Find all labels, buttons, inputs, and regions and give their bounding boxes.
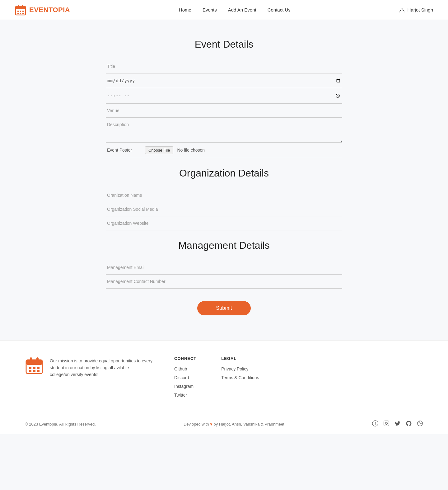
description-input[interactable] xyxy=(106,118,342,143)
footer-twitter[interactable]: Twitter xyxy=(174,393,196,398)
navbar-links: Home Events Add An Event Contact Us xyxy=(179,7,291,12)
calendar-icon xyxy=(15,4,26,16)
footer-dev: Devloped with ♥ by Harjot, Ansh, Vanshik… xyxy=(184,422,284,426)
legal-title: LEGAL xyxy=(221,356,259,361)
svg-point-23 xyxy=(385,422,388,424)
footer-github[interactable]: Github xyxy=(174,366,196,371)
svg-rect-19 xyxy=(33,370,35,372)
navbar-logo[interactable]: EVENTOPIA xyxy=(15,4,70,16)
user-icon xyxy=(399,7,405,13)
svg-rect-5 xyxy=(20,11,21,12)
date-input[interactable] xyxy=(106,73,342,88)
nav-add-event[interactable]: Add An Event xyxy=(228,7,256,12)
twitter-icon[interactable] xyxy=(394,420,401,428)
svg-rect-22 xyxy=(384,421,389,426)
org-name-input[interactable] xyxy=(106,188,342,202)
event-poster-label: Event Poster xyxy=(107,148,141,153)
svg-rect-7 xyxy=(17,13,19,14)
footer-instagram[interactable]: Instagram xyxy=(174,384,196,389)
svg-rect-12 xyxy=(26,360,42,365)
mgmt-details-section: Management Details xyxy=(106,240,342,289)
heart-icon: ♥ xyxy=(210,422,212,426)
svg-rect-4 xyxy=(17,11,19,12)
svg-rect-15 xyxy=(29,367,31,369)
github-icon[interactable] xyxy=(406,420,412,428)
org-details-section: Organization Details xyxy=(106,167,342,230)
mgmt-email-input[interactable] xyxy=(106,261,342,275)
main-content: Event Details Event Poster Choose File N… xyxy=(100,20,348,340)
footer-brand: Our mission is to provide equal oppurtun… xyxy=(25,356,156,401)
submit-row: Submit xyxy=(106,301,342,315)
footer-connect-col: CONNECT Github Discord Instagram Twitter xyxy=(174,356,196,401)
svg-rect-16 xyxy=(33,367,35,369)
footer-top: Our mission is to provide equal oppurtun… xyxy=(25,356,423,414)
svg-rect-8 xyxy=(20,13,21,14)
file-no-chosen-label: No file chosen xyxy=(177,148,205,153)
footer-legal-col: LEGAL Privacy Policy Terms & Conditions xyxy=(221,356,259,401)
title-input[interactable] xyxy=(106,59,342,73)
choose-file-button[interactable]: Choose File xyxy=(145,146,173,154)
navbar-logo-text: EVENTOPIA xyxy=(29,6,70,14)
dribbble-icon[interactable] xyxy=(417,420,423,428)
footer-logo-icon xyxy=(25,356,44,375)
svg-rect-13 xyxy=(30,357,32,362)
navbar: EVENTOPIA Home Events Add An Event Conta… xyxy=(0,0,448,20)
footer-privacy-policy[interactable]: Privacy Policy xyxy=(221,366,259,371)
footer-socials xyxy=(372,420,423,428)
svg-rect-18 xyxy=(29,370,31,372)
event-details-form: Event Poster Choose File No file chosen xyxy=(106,59,342,158)
time-input[interactable] xyxy=(106,88,342,104)
svg-rect-9 xyxy=(22,13,24,14)
svg-rect-6 xyxy=(22,11,24,12)
nav-events[interactable]: Events xyxy=(203,7,217,12)
footer-copyright: © 2023 Eventopia. All Rights Reserved. xyxy=(25,422,96,426)
venue-input[interactable] xyxy=(106,104,342,118)
svg-rect-1 xyxy=(16,6,26,9)
mgmt-contact-input[interactable] xyxy=(106,275,342,289)
footer-tagline: Our mission is to provide equal oppurtun… xyxy=(50,357,156,378)
org-website-input[interactable] xyxy=(106,216,342,230)
event-poster-row: Event Poster Choose File No file chosen xyxy=(106,143,342,158)
svg-point-24 xyxy=(388,422,388,422)
footer-bottom: © 2023 Eventopia. All Rights Reserved. D… xyxy=(25,414,423,434)
facebook-icon[interactable] xyxy=(372,420,378,428)
instagram-icon[interactable] xyxy=(383,420,390,428)
footer: Our mission is to provide equal oppurtun… xyxy=(0,340,448,434)
user-name: Harjot Singh xyxy=(407,7,433,12)
nav-contact[interactable]: Contact Us xyxy=(268,7,291,12)
nav-home[interactable]: Home xyxy=(179,7,191,12)
svg-rect-14 xyxy=(36,357,39,362)
event-details-title: Event Details xyxy=(106,39,342,50)
submit-button[interactable]: Submit xyxy=(197,301,251,315)
svg-rect-2 xyxy=(18,5,19,7)
footer-cols: CONNECT Github Discord Instagram Twitter… xyxy=(174,356,259,401)
org-social-input[interactable] xyxy=(106,202,342,216)
svg-rect-3 xyxy=(22,5,23,7)
connect-title: CONNECT xyxy=(174,356,196,361)
org-details-title: Organization Details xyxy=(106,167,342,179)
footer-terms-conditions[interactable]: Terms & Conditions xyxy=(221,375,259,380)
svg-rect-20 xyxy=(37,370,40,372)
mgmt-details-title: Management Details xyxy=(106,240,342,251)
footer-discord[interactable]: Discord xyxy=(174,375,196,380)
svg-rect-17 xyxy=(37,367,40,369)
navbar-user: Harjot Singh xyxy=(399,7,433,13)
